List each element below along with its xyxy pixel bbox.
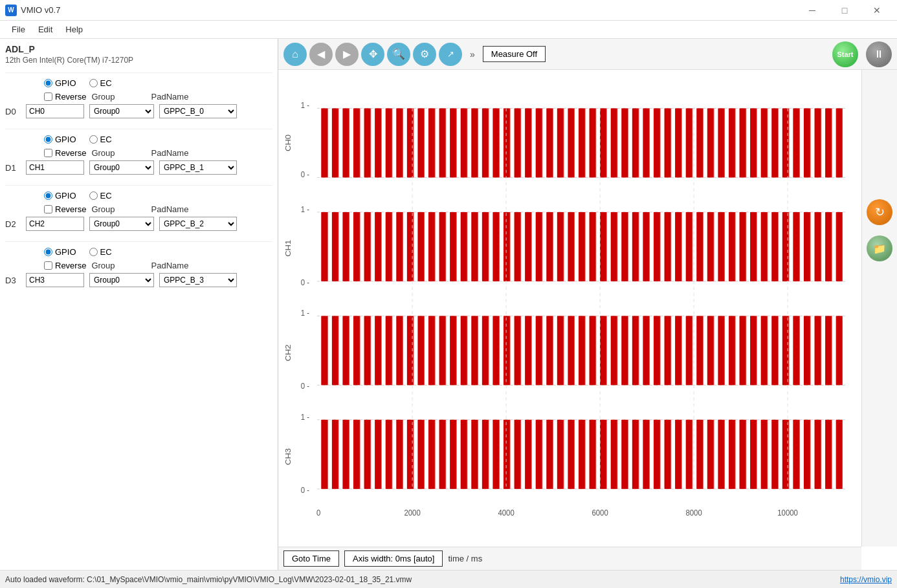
- measure-off-button[interactable]: Measure Off: [483, 46, 546, 62]
- channel-d0-name-input[interactable]: [26, 104, 84, 118]
- channel-d3-pad-select[interactable]: GPPC_B_0 GPPC_B_1 GPPC_B_2 GPPC_B_3: [159, 273, 237, 287]
- pan-button[interactable]: ✥: [361, 43, 384, 66]
- ch2-wave-fill: [318, 316, 843, 385]
- channel-d0-reverse-label[interactable]: Reverse: [44, 92, 86, 102]
- time-unit-label: time / ms: [448, 554, 482, 563]
- channel-d1-name-input[interactable]: [26, 160, 84, 175]
- channel-d1-ec-radio[interactable]: [89, 135, 98, 144]
- channel-d1-id: D1: [5, 163, 21, 173]
- home-button[interactable]: ⌂: [283, 43, 307, 66]
- title-bar-controls: ─ □ ✕: [797, 0, 892, 21]
- svg-text:8000: 8000: [685, 508, 702, 518]
- svg-text:1 -: 1 -: [301, 204, 309, 214]
- channel-d0-id: D0: [5, 107, 21, 116]
- folder-button[interactable]: 📁: [867, 235, 892, 261]
- menu-help[interactable]: Help: [59, 22, 89, 37]
- status-bar: Auto loaded waveform: C:\01_MySpace\VMIO…: [0, 570, 897, 588]
- channel-d2-group-select[interactable]: Group0 Group1 Group2: [89, 217, 154, 231]
- channel-d2-gpio-radio[interactable]: [44, 191, 52, 200]
- channel-d1-fields-header: Reverse Group PadName: [5, 148, 272, 158]
- ch3-wave-fill: [318, 420, 843, 489]
- device-title: ADL_P: [5, 44, 272, 54]
- start-button[interactable]: Start: [832, 41, 858, 67]
- svg-text:10000: 10000: [777, 508, 798, 518]
- svg-text:CH1: CH1: [283, 240, 292, 257]
- svg-text:1 -: 1 -: [301, 412, 309, 422]
- channel-d0-gpio-radio[interactable]: [44, 79, 52, 87]
- back-button[interactable]: ◀: [309, 43, 333, 66]
- channel-d3-name-input[interactable]: [26, 273, 84, 287]
- export-button[interactable]: ↗: [439, 43, 462, 66]
- channel-d0-row: D0 Group0 Group1 Group2 GPPC_B_0 GPPC_B_…: [5, 104, 272, 118]
- more-button[interactable]: »: [465, 47, 480, 62]
- svg-text:CH3: CH3: [283, 448, 292, 465]
- channel-d2-group-header: Group: [91, 204, 115, 214]
- channel-d0-reverse-checkbox[interactable]: [44, 93, 52, 101]
- start-label: Start: [837, 50, 853, 58]
- settings-button[interactable]: ⚙: [413, 43, 436, 66]
- svg-text:1 -: 1 -: [301, 309, 309, 318]
- axis-width-button[interactable]: Axis width: 0ms [auto]: [344, 550, 443, 567]
- channel-d3-radio-row: GPIO EC: [5, 247, 272, 257]
- minimize-button[interactable]: ─: [797, 0, 827, 21]
- svg-text:0 -: 0 -: [301, 382, 309, 391]
- channel-d1-gpio-radio[interactable]: [44, 135, 52, 144]
- close-button[interactable]: ✕: [862, 0, 892, 21]
- channel-d3-reverse-label[interactable]: Reverse: [44, 261, 86, 270]
- channel-d3-row: D3 Group0 Group1 Group2 GPPC_B_0 GPPC_B_…: [5, 273, 272, 287]
- bottom-waveform-bar: Goto Time Axis width: 0ms [auto] time / …: [278, 547, 861, 570]
- channel-d3-gpio-label[interactable]: GPIO: [44, 247, 76, 257]
- channel-d3-ec-radio[interactable]: [89, 248, 98, 256]
- menu-file[interactable]: File: [5, 22, 32, 37]
- channel-d0-group-select[interactable]: Group0 Group1 Group2: [89, 104, 154, 118]
- channel-d0-ec-label[interactable]: EC: [89, 78, 112, 88]
- channel-d2-reverse-checkbox[interactable]: [44, 205, 52, 213]
- svg-text:CH2: CH2: [283, 344, 292, 361]
- pause-button[interactable]: ⏸: [866, 41, 892, 67]
- channel-d2-name-input[interactable]: [26, 217, 84, 231]
- status-link[interactable]: https://vmio.vip: [840, 575, 892, 584]
- channel-d3-group-select[interactable]: Group0 Group1 Group2: [89, 273, 154, 287]
- svg-text:4000: 4000: [498, 508, 514, 518]
- menu-edit[interactable]: Edit: [32, 22, 59, 37]
- channel-d3-gpio-radio[interactable]: [44, 248, 52, 256]
- channel-d1-ec-label[interactable]: EC: [89, 135, 112, 144]
- channel-d3-group-header: Group: [91, 261, 115, 270]
- zoom-button[interactable]: 🔍: [387, 43, 410, 66]
- channel-d2-reverse-label[interactable]: Reverse: [44, 204, 86, 214]
- svg-text:0 -: 0 -: [301, 485, 309, 495]
- channel-d3-config: GPIO EC Reverse Group PadName D3 Group0 …: [5, 241, 272, 287]
- app-icon: W: [5, 5, 17, 16]
- waveform-area: 1 - 0 - CH0 1 - 0 - CH1 1 - 0 - CH2 1 -: [278, 70, 897, 570]
- svg-text:0 -: 0 -: [301, 278, 309, 287]
- channel-d0-radio-row: GPIO EC: [5, 78, 272, 88]
- pause-icon: ⏸: [874, 49, 884, 60]
- channel-d2-row: D2 Group0 Group1 Group2 GPPC_B_0 GPPC_B_…: [5, 217, 272, 231]
- title-bar: W VMIO v0.7 ─ □ ✕: [0, 0, 897, 21]
- goto-time-button[interactable]: Goto Time: [283, 550, 339, 567]
- waveform-svg-container: 1 - 0 - CH0 1 - 0 - CH1 1 - 0 - CH2 1 -: [278, 70, 861, 547]
- channel-d2-pad-select[interactable]: GPPC_B_0 GPPC_B_1 GPPC_B_2 GPPC_B_3: [159, 217, 237, 231]
- channel-d1-group-select[interactable]: Group0 Group1 Group2: [89, 160, 154, 175]
- channel-d2-id: D2: [5, 219, 21, 229]
- main-layout: ADL_P 12th Gen Intel(R) Core(TM) i7-1270…: [0, 39, 897, 570]
- channel-d1-pad-select[interactable]: GPPC_B_0 GPPC_B_1 GPPC_B_2 GPPC_B_3: [159, 160, 237, 175]
- svg-text:6000: 6000: [592, 508, 608, 518]
- channel-d1-reverse-checkbox[interactable]: [44, 149, 52, 157]
- device-subtitle: 12th Gen Intel(R) Core(TM) i7-1270P: [5, 56, 272, 65]
- channel-d0-pad-select[interactable]: GPPC_B_0 GPPC_B_1 GPPC_B_2 GPPC_B_3: [159, 104, 237, 118]
- channel-d0-ec-radio[interactable]: [89, 79, 98, 87]
- channel-d3-reverse-checkbox[interactable]: [44, 261, 52, 270]
- channel-d1-reverse-label[interactable]: Reverse: [44, 148, 86, 158]
- maximize-button[interactable]: □: [830, 0, 859, 21]
- channel-d2-radio-row: GPIO EC: [5, 191, 272, 201]
- channel-d2-gpio-label[interactable]: GPIO: [44, 191, 76, 201]
- forward-button[interactable]: ▶: [335, 43, 359, 66]
- channel-d1-gpio-label[interactable]: GPIO: [44, 135, 76, 144]
- channel-d1-group-header: Group: [91, 148, 115, 158]
- channel-d0-gpio-label[interactable]: GPIO: [44, 78, 76, 88]
- channel-d2-ec-radio[interactable]: [89, 191, 98, 200]
- channel-d2-ec-label[interactable]: EC: [89, 191, 112, 201]
- refresh-button[interactable]: ↻: [867, 199, 892, 225]
- channel-d3-ec-label[interactable]: EC: [89, 247, 112, 257]
